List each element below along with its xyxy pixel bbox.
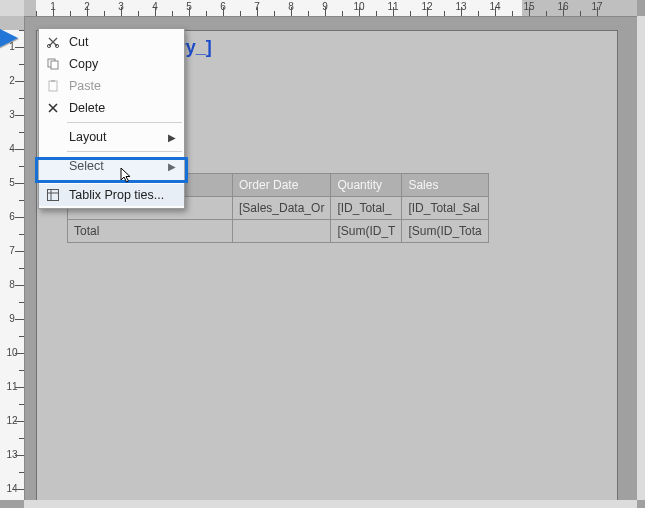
menu-item-layout[interactable]: Layout ▶	[39, 126, 184, 148]
menu-item-delete[interactable]: Delete	[39, 97, 184, 119]
pointer-arrow-icon	[0, 28, 18, 48]
copy-icon	[45, 56, 61, 72]
menu-item-label: Copy	[69, 57, 98, 71]
chevron-right-icon: ▶	[168, 132, 176, 143]
ruler-tick: 12	[410, 0, 444, 16]
ruler-tick: 13	[444, 0, 478, 16]
menu-separator	[67, 180, 182, 181]
context-menu: Cut Copy Paste Delete Layout ▶ Select ▶ …	[38, 28, 185, 209]
ruler-tick: 14	[478, 0, 512, 16]
svg-rect-3	[51, 61, 58, 69]
menu-item-label: Cut	[69, 35, 88, 49]
vertical-scrollbar[interactable]	[637, 16, 645, 500]
ruler-tick: 7	[240, 0, 274, 16]
ruler-tick: 10	[342, 0, 376, 16]
properties-icon	[45, 187, 61, 203]
menu-item-label: Paste	[69, 79, 101, 93]
table-row: Total [Sum(ID_T [Sum(ID_Tota	[68, 220, 489, 243]
ruler-tick: 10	[0, 336, 24, 370]
menu-separator	[67, 151, 182, 152]
ruler-tick: 9	[308, 0, 342, 16]
ruler-tick: 6	[0, 200, 24, 234]
menu-item-label: Layout	[69, 130, 107, 144]
menu-separator	[67, 122, 182, 123]
paste-icon	[45, 78, 61, 94]
menu-item-label: Delete	[69, 101, 105, 115]
ruler-tick: 9	[0, 302, 24, 336]
menu-item-cut[interactable]: Cut	[39, 31, 184, 53]
horizontal-ruler: 1234567891011121314151617	[24, 0, 637, 17]
chevron-right-icon: ▶	[168, 161, 176, 172]
ruler-tick: 13	[0, 438, 24, 472]
ruler-tick: 6	[206, 0, 240, 16]
menu-item-label: Select	[69, 159, 104, 173]
menu-item-select[interactable]: Select ▶	[39, 155, 184, 177]
ruler-tick: 7	[0, 234, 24, 268]
menu-item-copy[interactable]: Copy	[39, 53, 184, 75]
ruler-tick: 16	[546, 0, 580, 16]
ruler-tick: 15	[512, 0, 546, 16]
ruler-corner	[0, 0, 25, 17]
ruler-tick: 11	[376, 0, 410, 16]
menu-item-tablix-properties[interactable]: Tablix Prop ties...	[39, 184, 184, 206]
ruler-tick: 17	[580, 0, 614, 16]
ruler-tick: 1	[36, 0, 70, 16]
table-header-cell[interactable]: Order Date	[233, 174, 331, 197]
svg-rect-6	[48, 190, 59, 201]
menu-item-paste: Paste	[39, 75, 184, 97]
cut-icon	[45, 34, 61, 50]
ruler-tick: 5	[0, 166, 24, 200]
vertical-ruler: 1234567891011121314	[0, 16, 25, 500]
table-header-cell[interactable]: Sales	[402, 174, 488, 197]
ruler-tick: 4	[0, 132, 24, 166]
ruler-tick: 12	[0, 404, 24, 438]
ruler-tick: 2	[70, 0, 104, 16]
ruler-tick: 3	[104, 0, 138, 16]
svg-rect-5	[51, 80, 55, 82]
ruler-tick: 8	[274, 0, 308, 16]
table-header-cell[interactable]: Quantity	[331, 174, 402, 197]
ruler-tick: 2	[0, 64, 24, 98]
ruler-tick: 3	[0, 98, 24, 132]
ruler-tick: 4	[138, 0, 172, 16]
delete-icon	[45, 100, 61, 116]
ruler-tick: 11	[0, 370, 24, 404]
menu-item-label: Tablix Prop ties...	[69, 188, 164, 202]
ruler-tick: 14	[0, 472, 24, 500]
svg-rect-4	[49, 81, 57, 91]
ruler-tick: 5	[172, 0, 206, 16]
horizontal-scrollbar[interactable]	[24, 500, 637, 508]
ruler-tick: 8	[0, 268, 24, 302]
